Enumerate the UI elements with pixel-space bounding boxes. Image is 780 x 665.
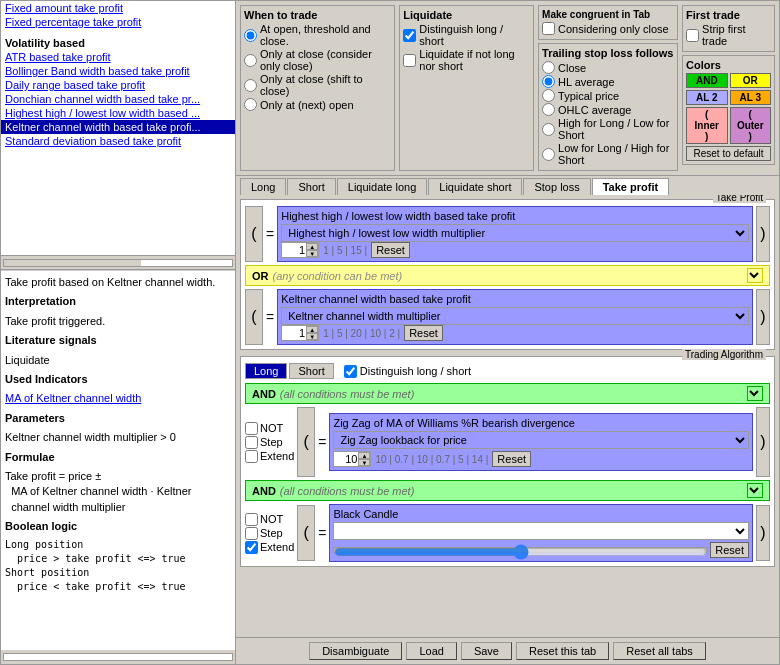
- left-list-item: Volatility based: [1, 33, 235, 50]
- left-list-item[interactable]: Standard deviation based take profit: [1, 134, 235, 148]
- slider-2[interactable]: [334, 544, 707, 560]
- algo-condition-2-content: Black Candle Reset: [329, 504, 753, 562]
- checkbox-extend-2[interactable]: [245, 541, 258, 554]
- left-paren-algo-1[interactable]: (: [297, 407, 315, 477]
- extend-label-1: Extend: [260, 450, 294, 462]
- reset-default-button[interactable]: Reset to default: [686, 146, 771, 161]
- algo-condition-row-1: NOT Step Extend ( = Zig: [245, 407, 770, 477]
- left-paren-algo-2[interactable]: (: [297, 505, 315, 561]
- checkbox-considering-only-close[interactable]: [542, 22, 555, 35]
- equals-sign-1: =: [266, 226, 274, 242]
- reset-this-tab-button[interactable]: Reset this tab: [516, 642, 609, 660]
- color-outer-btn[interactable]: ( Outer ): [730, 107, 771, 144]
- spin-input-algo-1[interactable]: [334, 452, 358, 466]
- checkbox-distinguish-algo[interactable]: [344, 365, 357, 378]
- tab-long[interactable]: Long: [240, 178, 286, 195]
- tab-liquidate-long[interactable]: Liquidate long: [337, 178, 428, 195]
- disambiguate-button[interactable]: Disambiguate: [309, 642, 402, 660]
- left-list-item[interactable]: Highest high / lowest low width based ..…: [1, 106, 235, 120]
- spin-down-algo-1[interactable]: ▼: [358, 459, 370, 466]
- left-list-item[interactable]: Daily range based take profit: [1, 78, 235, 92]
- desc-heading-params: Parameters: [5, 412, 65, 424]
- checkbox-liquidate-if-not[interactable]: [403, 54, 416, 67]
- and-desc-1: (all conditions must be met): [280, 388, 415, 400]
- spin-down-2[interactable]: ▼: [306, 333, 318, 340]
- tab-short[interactable]: Short: [287, 178, 335, 195]
- tab-stop-loss[interactable]: Stop loss: [523, 178, 590, 195]
- and-dropdown-1[interactable]: ▼: [747, 386, 763, 401]
- radio-ohlc-avg[interactable]: [542, 103, 555, 116]
- algo-condition-row-2: NOT Step Extend ( = Bla: [245, 504, 770, 562]
- spin-box-1: ▲ ▼: [281, 242, 319, 258]
- and-dropdown-2[interactable]: ▼: [747, 483, 763, 498]
- condition-row-2: ( = Keltner channel width based take pro…: [245, 289, 770, 345]
- spin-input-2[interactable]: [282, 326, 306, 340]
- and-row-1: AND (all conditions must be met) ▼: [245, 383, 770, 404]
- left-list-item[interactable]: Donchian channel width based take pr...: [1, 92, 235, 106]
- color-al3-btn[interactable]: AL 3: [730, 90, 771, 105]
- left-list-item[interactable]: Keltner channel width based take profi..…: [1, 120, 235, 134]
- right-paren-algo-2: ): [756, 505, 770, 561]
- reset-btn-2[interactable]: Reset: [404, 325, 443, 341]
- color-inner-btn[interactable]: ( Inner ): [686, 107, 727, 144]
- reset-btn-1[interactable]: Reset: [371, 242, 410, 258]
- radio-only-next-open-label: Only at (next) open: [260, 99, 354, 111]
- left-list-item[interactable]: Fixed amount take profit: [1, 1, 235, 15]
- radio-hl-avg[interactable]: [542, 75, 555, 88]
- checkbox-not-1[interactable]: [245, 422, 258, 435]
- reset-all-tabs-button[interactable]: Reset all tabs: [613, 642, 706, 660]
- spin-up-algo-1[interactable]: ▲: [358, 452, 370, 459]
- radio-close-label: Close: [558, 62, 586, 74]
- radio-high-long-low-short[interactable]: [542, 123, 555, 136]
- checkbox-not-2[interactable]: [245, 513, 258, 526]
- algo-tab-long[interactable]: Long: [245, 363, 287, 379]
- load-button[interactable]: Load: [406, 642, 456, 660]
- radio-only-close-consider[interactable]: [244, 54, 257, 67]
- color-al2-btn[interactable]: AL 2: [686, 90, 727, 105]
- algo-condition-2-text: Black Candle: [333, 508, 749, 520]
- spin-down-1[interactable]: ▼: [306, 250, 318, 257]
- left-list-item[interactable]: ATR based take profit: [1, 50, 235, 64]
- left-paren-btn-1[interactable]: (: [245, 206, 263, 262]
- radio-close[interactable]: [542, 61, 555, 74]
- radio-low-long-high-short[interactable]: [542, 148, 555, 161]
- left-list-item[interactable]: Fixed percentage take profit: [1, 15, 235, 29]
- radio-typical-price[interactable]: [542, 89, 555, 102]
- save-button[interactable]: Save: [461, 642, 512, 660]
- color-or-btn[interactable]: OR: [730, 73, 771, 88]
- or-dropdown[interactable]: ▼: [747, 268, 763, 283]
- left-list-item[interactable]: Bollinger Band width based take profit: [1, 64, 235, 78]
- checkbox-distinguish-long-short[interactable]: [403, 29, 416, 42]
- spin-up-2[interactable]: ▲: [306, 326, 318, 333]
- condition-2-controls: ▲ ▼ 1 | 5 | 20 | 10 | 2 | Reset: [281, 325, 749, 341]
- color-and-btn[interactable]: AND: [686, 73, 727, 88]
- condition-2-multiplier-select[interactable]: Keltner channel width multiplier: [281, 307, 749, 325]
- algo-condition-2-select[interactable]: [333, 522, 749, 540]
- condition-1-title: Highest high / lowest low width based ta…: [281, 210, 749, 222]
- left-paren-btn-2[interactable]: (: [245, 289, 263, 345]
- reset-btn-algo-2[interactable]: Reset: [710, 542, 749, 558]
- checkbox-step-1[interactable]: [245, 436, 258, 449]
- desc-indicator-link[interactable]: MA of Keltner channel width: [5, 392, 141, 404]
- condition-1-multiplier-select[interactable]: Highest high / lowest low width multipli…: [281, 224, 749, 242]
- radio-low-long-label: Low for Long / High for Short: [558, 142, 674, 166]
- checkbox-strip-first-trade[interactable]: [686, 29, 699, 42]
- tab-liquidate-short[interactable]: Liquidate short: [428, 178, 522, 195]
- radio-at-open[interactable]: [244, 29, 257, 42]
- checkbox-extend-1[interactable]: [245, 450, 258, 463]
- reset-btn-algo-1[interactable]: Reset: [492, 451, 531, 467]
- desc-heading-interpretation: Interpretation: [5, 295, 76, 307]
- spin-up-1[interactable]: ▲: [306, 243, 318, 250]
- radio-only-close-shift[interactable]: [244, 79, 257, 92]
- algo-condition-1-select[interactable]: Zig Zag lookback for price: [333, 431, 749, 449]
- radio-only-next-open[interactable]: [244, 98, 257, 111]
- spin-arrows-algo-1: ▲ ▼: [358, 452, 370, 466]
- algo-tab-short[interactable]: Short: [289, 363, 333, 379]
- tab-take-profit[interactable]: Take profit: [592, 178, 669, 195]
- and-label-2: AND: [252, 485, 276, 497]
- desc-main-text: Take profit based on Keltner channel wid…: [5, 275, 231, 290]
- spin-box-2: ▲ ▼: [281, 325, 319, 341]
- checkbox-step-2[interactable]: [245, 527, 258, 540]
- scale-algo-1: 10 | 0.7 | 10 | 0.7 | 5 | 14 |: [375, 454, 488, 465]
- spin-input-1[interactable]: [282, 243, 306, 257]
